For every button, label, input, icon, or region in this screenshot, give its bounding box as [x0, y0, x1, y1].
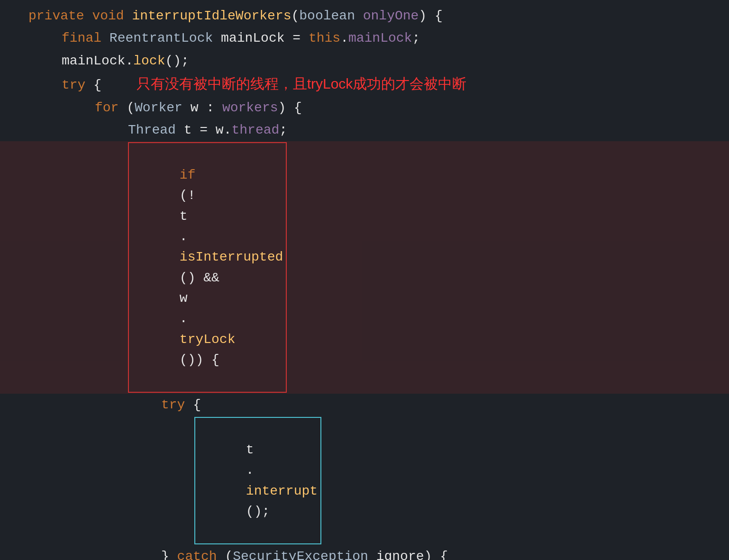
keyword-void: void: [92, 6, 132, 26]
punct: }: [161, 546, 177, 560]
punct: {: [193, 395, 201, 415]
code-line: mainLock . lock ();: [0, 50, 729, 72]
method-lock: lock: [133, 51, 165, 71]
punct: (: [127, 98, 135, 118]
punct: .: [224, 120, 232, 140]
punct: ) {: [424, 546, 448, 560]
var-w2: w: [216, 120, 224, 140]
keyword-catch: catch: [177, 546, 225, 560]
field-mainlock: mainLock: [348, 28, 412, 48]
punct: ()) {: [180, 352, 219, 367]
punct: .: [246, 463, 254, 478]
keyword-for: for: [95, 98, 127, 118]
punct: () &&: [180, 271, 228, 285]
code-line: final ReentrantLock mainLock = this . ma…: [0, 27, 729, 49]
code-line: private void interruptIdleWorkers ( bool…: [0, 5, 729, 27]
field-workers: workers: [222, 98, 278, 118]
punct: (: [292, 6, 300, 26]
field-thread: thread: [231, 120, 279, 140]
var-t3: t: [246, 443, 254, 457]
keyword-private: private: [28, 6, 92, 26]
type-security-exception: SecurityException: [233, 546, 376, 560]
punct: (!: [180, 188, 196, 203]
var-w3: w: [180, 291, 188, 306]
interrupt-highlight: t . interrupt ();: [194, 417, 321, 544]
punct: .: [180, 229, 188, 244]
method-interrupt: interrupt: [246, 484, 318, 498]
code-editor: private void interruptIdleWorkers ( bool…: [0, 0, 729, 560]
punct: .: [340, 28, 348, 48]
punct: ) {: [278, 98, 302, 118]
method-isinterrupted: isInterrupted: [180, 250, 283, 264]
punct: =: [200, 120, 216, 140]
type-boolean: boolean: [299, 6, 363, 26]
type-thread: Thread: [128, 120, 184, 140]
type-reentrantlock: ReentrantLock: [109, 28, 221, 48]
method-name: interruptIdleWorkers: [132, 6, 291, 26]
punct: {: [93, 75, 117, 95]
var-w: w: [191, 98, 207, 118]
code-line-if: if (! t . isInterrupted () && w . tryLoc…: [0, 141, 729, 394]
keyword-try: try: [62, 75, 93, 95]
method-trylock: tryLock: [180, 332, 236, 347]
punct: ();: [165, 51, 189, 71]
punct: .: [180, 311, 188, 326]
type-worker: Worker: [135, 98, 191, 118]
var-mainlock2: mainLock: [62, 51, 125, 71]
code-line: } catch ( SecurityException ignore ) {: [0, 545, 729, 560]
punct: ;: [412, 28, 420, 48]
keyword-if: if: [180, 168, 203, 182]
punct: (: [225, 546, 233, 560]
code-line: try {: [0, 394, 729, 416]
var-t2: t: [180, 209, 188, 224]
punct: ;: [279, 120, 287, 140]
var-ignore: ignore: [376, 546, 424, 560]
code-line-interrupt: t . interrupt ();: [0, 416, 729, 545]
keyword-try2: try: [161, 395, 193, 415]
param-onlyone: onlyOne: [363, 6, 419, 26]
if-condition-highlight: if (! t . isInterrupted () && w . tryLoc…: [128, 142, 287, 393]
annotation-text: 只有没有被中断的线程，且tryLock成功的才会被中断: [137, 73, 467, 95]
punct: ();: [246, 504, 270, 519]
code-line: try { 只有没有被中断的线程，且tryLock成功的才会被中断: [0, 72, 729, 96]
keyword-final: final: [62, 28, 109, 48]
punct: :: [206, 98, 222, 118]
this-keyword: this: [309, 28, 340, 48]
punct: .: [125, 51, 133, 71]
punct: ) {: [419, 6, 442, 26]
punct: =: [292, 28, 309, 48]
var-t: t: [184, 120, 200, 140]
code-line: Thread t = w . thread ;: [0, 119, 729, 141]
code-line: for ( Worker w : workers ) {: [0, 97, 729, 119]
var-mainlock: mainLock: [221, 28, 292, 48]
